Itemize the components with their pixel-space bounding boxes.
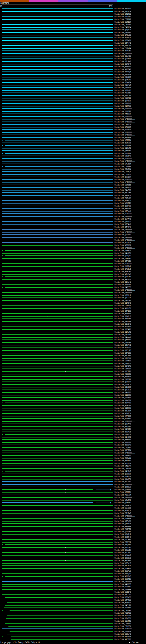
hit-bar[interactable] bbox=[2, 542, 113, 542]
alignment-row[interactable]: UniRef100_A9SC14 bbox=[0, 94, 146, 97]
alignment-row[interactable]: UniRef100_A9IRT1 bbox=[0, 528, 146, 530]
hit-bar[interactable] bbox=[2, 179, 113, 180]
hit-bar[interactable] bbox=[2, 594, 113, 595]
alignment-row[interactable]: UniRef100_C5Q3N0 bbox=[0, 446, 146, 449]
hit-label[interactable]: UniRef100_P00578 bbox=[115, 110, 131, 113]
hit-bar[interactable] bbox=[2, 132, 113, 133]
alignment-row[interactable]: UniRef100_B5DY63 bbox=[0, 326, 146, 328]
alignment-row[interactable]: UniRef100_Q2UU19 bbox=[0, 549, 146, 552]
hit-bar[interactable] bbox=[2, 269, 113, 269]
hit-bar[interactable] bbox=[2, 48, 113, 49]
hit-bar[interactable] bbox=[2, 171, 113, 172]
alignment-row[interactable]: UniRef100_C5M7V5 bbox=[0, 512, 146, 515]
alignment-row[interactable]: UniRef100_B7ELQ3 bbox=[0, 34, 146, 36]
hit-bar[interactable] bbox=[2, 248, 113, 248]
alignment-row[interactable]: UniRef100_UPI0000... bbox=[0, 239, 146, 242]
hit-label[interactable]: UniRef100_UPI0000... bbox=[115, 628, 135, 630]
hit-label[interactable]: UniRef100_Q77TZ9 bbox=[115, 491, 131, 494]
hit-label[interactable]: UniRef100_C5VBW8 bbox=[115, 165, 131, 168]
hit-bar[interactable] bbox=[2, 303, 3, 304]
hit-label[interactable]: UniRef100_B4IK19 bbox=[115, 460, 131, 462]
hit-label[interactable]: UniRef100_UPI0000... bbox=[115, 120, 135, 123]
hit-bar[interactable] bbox=[2, 534, 113, 534]
hit-label[interactable]: UniRef100_Q4U959 bbox=[115, 252, 131, 255]
hit-bar[interactable] bbox=[2, 513, 113, 514]
alignment-row[interactable]: UniRef100_A5K3C9 bbox=[0, 412, 146, 415]
alignment-row[interactable]: UniRef100_UPI0000... bbox=[0, 178, 146, 181]
hit-bar[interactable] bbox=[2, 142, 113, 143]
alignment-row[interactable]: UniRef100_C9I1M5 bbox=[0, 591, 146, 594]
hit-label[interactable]: UniRef100_UPI0000... bbox=[115, 236, 135, 239]
hit-label[interactable]: UniRef100_Q581A3 bbox=[115, 488, 131, 491]
hit-label[interactable]: UniRef100_Q00988 bbox=[115, 588, 131, 591]
alignment-row[interactable]: UniRef100_C4J284 bbox=[0, 26, 146, 29]
hit-label[interactable]: UniRef100_C4WFG3 bbox=[115, 189, 131, 192]
hit-label[interactable]: UniRef100_A5CCE9 bbox=[115, 373, 131, 376]
hit-bar[interactable] bbox=[2, 221, 113, 222]
hit-label[interactable]: UniRef100_Q9RQF9 bbox=[115, 254, 131, 257]
hit-bar[interactable] bbox=[2, 444, 113, 445]
hit-label[interactable]: UniRef100_UPI0000... bbox=[115, 52, 135, 55]
hit-bar[interactable] bbox=[2, 526, 113, 527]
hit-label[interactable]: UniRef100_Q4FZM5 bbox=[115, 226, 131, 228]
hit-label[interactable]: UniRef100_C4QVF7 bbox=[115, 465, 131, 468]
hit-bar[interactable] bbox=[2, 176, 113, 177]
hit-bar[interactable] bbox=[2, 537, 113, 537]
alignment-row[interactable]: UniRef100_A5CCE9 bbox=[0, 373, 146, 376]
alignment-row[interactable]: UniRef100_A8Q7T6 bbox=[0, 202, 146, 205]
hit-label[interactable]: UniRef100_Q59295 bbox=[115, 473, 131, 476]
hit-bar[interactable] bbox=[2, 345, 113, 346]
hit-bar[interactable] bbox=[2, 584, 113, 584]
hit-bar[interactable] bbox=[5, 576, 113, 576]
hit-label[interactable]: UniRef100_Q5KFT4 bbox=[115, 144, 131, 147]
alignment-row[interactable]: UniRef100_B6SWR9 bbox=[0, 39, 146, 42]
alignment-row[interactable]: UniRef100_C4P499 bbox=[0, 599, 146, 602]
hit-bar[interactable] bbox=[2, 447, 113, 448]
hit-bar[interactable] bbox=[2, 432, 113, 432]
hit-bar[interactable] bbox=[2, 500, 113, 500]
hit-bar[interactable] bbox=[2, 395, 113, 396]
alignment-row[interactable]: UniRef100_Q41450 bbox=[0, 13, 146, 16]
alignment-row[interactable]: UniRef100_Q8LAV8 bbox=[0, 60, 146, 63]
alignment-row[interactable]: UniRef100_A9SA22 bbox=[0, 97, 146, 100]
alignment-row[interactable]: UniRef100_Q581A3 bbox=[0, 488, 146, 491]
hit-bar[interactable] bbox=[2, 43, 113, 44]
hit-bar[interactable] bbox=[2, 58, 113, 59]
alignment-row[interactable]: UniRef100_UPI0000... bbox=[0, 181, 146, 184]
hit-label[interactable]: UniRef100_C6G7G6 bbox=[115, 173, 131, 176]
hit-bar[interactable] bbox=[2, 437, 113, 438]
hit-label[interactable]: UniRef100_B1L1D6 bbox=[115, 564, 131, 567]
alignment-row[interactable]: UniRef100_C9TB11 bbox=[0, 184, 146, 186]
alignment-row[interactable]: UniRef100_B8E9K2 bbox=[0, 444, 146, 446]
hit-bar[interactable] bbox=[9, 610, 113, 611]
hit-label[interactable]: UniRef100_B3EJF4 bbox=[115, 207, 131, 210]
alignment-row[interactable]: UniRef100_B6KH72 bbox=[0, 346, 146, 349]
hit-bar[interactable] bbox=[2, 106, 113, 106]
alignment-row[interactable]: UniRef100_A7F5B5 bbox=[0, 415, 146, 418]
hit-label[interactable]: UniRef100_Q4N2D5 bbox=[115, 386, 131, 388]
alignment-row[interactable]: UniRef100_B9J7N2 bbox=[0, 265, 146, 268]
alignment-row[interactable]: UniRef100_A9UTR4 bbox=[0, 242, 146, 244]
hit-bar[interactable] bbox=[2, 348, 113, 348]
hit-bar[interactable] bbox=[2, 568, 113, 569]
hit-bar[interactable] bbox=[2, 442, 113, 443]
hit-bar[interactable] bbox=[2, 129, 113, 130]
alignment-row[interactable]: UniRef100_A41995 bbox=[0, 113, 146, 115]
hit-label[interactable]: UniRef100_UPI0000... bbox=[115, 291, 135, 294]
alignment-row[interactable]: UniRef100_C5SPC2 bbox=[0, 541, 146, 544]
hit-bar[interactable] bbox=[2, 337, 113, 338]
hit-label[interactable]: UniRef100_Q79907 bbox=[115, 126, 131, 128]
hit-label[interactable]: UniRef100_Q4PPG7 bbox=[115, 249, 131, 252]
hit-bar[interactable] bbox=[2, 256, 3, 256]
alignment-row[interactable]: UniRef100_Q6FKM5 bbox=[0, 562, 146, 565]
hit-bar[interactable] bbox=[2, 589, 113, 590]
alignment-row[interactable]: UniRef100_B3L3D4 bbox=[0, 410, 146, 412]
hit-label[interactable]: UniRef100_Q4PM11 bbox=[115, 604, 131, 607]
hit-label[interactable]: UniRef100_Q5NB29 bbox=[115, 517, 131, 520]
alignment-row[interactable]: UniRef100_C5F125 bbox=[0, 622, 146, 625]
hit-bar[interactable] bbox=[2, 382, 113, 382]
hit-bar[interactable] bbox=[2, 264, 113, 264]
hit-label[interactable]: UniRef100_Q2GGU6 bbox=[115, 296, 131, 299]
hit-label[interactable]: UniRef100_B6TWY8 bbox=[115, 142, 131, 144]
hit-bar[interactable] bbox=[2, 421, 113, 422]
